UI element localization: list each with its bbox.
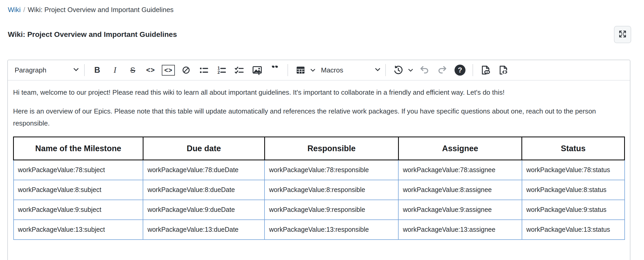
table-cell[interactable]: workPackageValue:13:responsible bbox=[264, 220, 398, 240]
svg-text:2: 2 bbox=[217, 70, 220, 75]
undo-button[interactable] bbox=[418, 63, 431, 77]
fullscreen-button[interactable] bbox=[614, 26, 631, 43]
numbered-list-icon: 1 2 bbox=[217, 65, 227, 75]
table-header-cell[interactable]: Status bbox=[522, 137, 625, 160]
chevron-down-icon bbox=[375, 68, 381, 72]
link-icon bbox=[181, 65, 191, 75]
history-chevron[interactable] bbox=[406, 63, 415, 77]
breadcrumb-separator: / bbox=[23, 6, 25, 14]
bold-icon: B bbox=[94, 65, 100, 75]
markdown-source-icon bbox=[498, 65, 509, 75]
epic-table: Name of the MilestoneDue dateResponsible… bbox=[13, 137, 625, 240]
table-cell[interactable]: workPackageValue:9:dueDate bbox=[143, 200, 264, 220]
table-cell[interactable]: workPackageValue:13:subject bbox=[14, 220, 143, 240]
breadcrumb-current: Wiki: Project Overview and Important Gui… bbox=[28, 6, 174, 14]
table-cell[interactable]: workPackageValue:78:subject bbox=[14, 160, 143, 180]
numbered-list-button[interactable]: 1 2 bbox=[215, 63, 228, 77]
table-row: workPackageValue:78:subjectworkPackageVa… bbox=[14, 160, 625, 180]
redo-icon bbox=[437, 65, 447, 75]
toolbar-separator bbox=[288, 64, 288, 76]
image-upload-icon bbox=[252, 65, 262, 75]
table-cell[interactable]: workPackageValue:9:assignee bbox=[398, 200, 522, 220]
preview-button[interactable] bbox=[479, 63, 492, 77]
table-cell[interactable]: workPackageValue:9:subject bbox=[14, 200, 143, 220]
table-cell[interactable]: workPackageValue:8:assignee bbox=[398, 180, 522, 200]
image-upload-button[interactable] bbox=[250, 63, 264, 77]
help-button[interactable]: ? bbox=[453, 63, 467, 77]
inline-code-button[interactable]: <> bbox=[144, 63, 157, 77]
paragraph-style-label: Paragraph bbox=[15, 66, 46, 74]
table-cell[interactable]: workPackageValue:78:assignee bbox=[398, 160, 522, 180]
table-row: workPackageValue:13:subjectworkPackageVa… bbox=[14, 220, 625, 240]
editor: Paragraph B I S <> <> bbox=[7, 60, 630, 260]
macros-label: Macros bbox=[321, 66, 343, 74]
redo-button[interactable] bbox=[435, 63, 449, 77]
breadcrumb-link-wiki[interactable]: Wiki bbox=[8, 6, 21, 14]
code-block-button[interactable]: <> bbox=[162, 63, 175, 77]
bold-button[interactable]: B bbox=[90, 63, 104, 77]
table-cell[interactable]: workPackageValue:8:status bbox=[522, 180, 625, 200]
table-header-cell[interactable]: Name of the Milestone bbox=[14, 137, 143, 160]
block-quote-icon: “ bbox=[271, 66, 279, 75]
table-header-cell[interactable]: Assignee bbox=[398, 137, 522, 160]
table-cell[interactable]: workPackageValue:13:dueDate bbox=[143, 220, 264, 240]
table-cell[interactable]: workPackageValue:78:dueDate bbox=[143, 160, 264, 180]
table-cell[interactable]: workPackageValue:8:dueDate bbox=[143, 180, 264, 200]
table-cell[interactable]: workPackageValue:8:responsible bbox=[264, 180, 398, 200]
table-row: workPackageValue:8:subjectworkPackageVal… bbox=[14, 180, 625, 200]
undo-icon bbox=[419, 65, 430, 75]
history-icon bbox=[393, 65, 403, 75]
paragraph-style-dropdown[interactable]: Paragraph bbox=[15, 63, 80, 77]
table-cell[interactable]: workPackageValue:13:status bbox=[522, 220, 625, 240]
toolbar-separator bbox=[84, 64, 85, 76]
paragraph[interactable]: Hi team, welcome to our project! Please … bbox=[13, 87, 625, 97]
link-button[interactable] bbox=[179, 63, 193, 77]
paragraph[interactable]: Here is an overview of our Epics. Please… bbox=[13, 105, 625, 129]
markdown-source-button[interactable] bbox=[497, 63, 510, 77]
preview-icon bbox=[480, 65, 491, 75]
italic-icon: I bbox=[114, 65, 116, 75]
expand-icon bbox=[618, 30, 627, 39]
inline-code-icon: <> bbox=[146, 66, 155, 74]
macros-dropdown[interactable]: Macros bbox=[321, 63, 382, 77]
block-quote-button[interactable]: “ bbox=[268, 63, 282, 77]
table-dropdown-chevron[interactable] bbox=[308, 63, 317, 77]
table-cell[interactable]: workPackageValue:9:status bbox=[522, 200, 625, 220]
todo-list-icon bbox=[234, 65, 244, 75]
table-row: workPackageValue:9:subjectworkPackageVal… bbox=[14, 200, 625, 220]
svg-text:1: 1 bbox=[217, 66, 220, 70]
strikethrough-button[interactable]: S bbox=[126, 63, 140, 77]
strikethrough-icon: S bbox=[130, 66, 135, 75]
bulleted-list-button[interactable] bbox=[197, 63, 211, 77]
italic-button[interactable]: I bbox=[108, 63, 122, 77]
table-cell[interactable]: workPackageValue:78:responsible bbox=[264, 160, 398, 180]
insert-table-button[interactable] bbox=[294, 63, 307, 77]
table-header-cell[interactable]: Responsible bbox=[264, 137, 398, 160]
help-icon: ? bbox=[455, 65, 465, 76]
editor-content[interactable]: Hi team, welcome to our project! Please … bbox=[8, 81, 630, 240]
code-block-icon: <> bbox=[162, 65, 175, 76]
page-title: Wiki: Project Overview and Important Gui… bbox=[8, 30, 177, 39]
toolbar-separator bbox=[473, 64, 473, 76]
table-icon bbox=[295, 65, 306, 75]
bulleted-list-icon bbox=[199, 65, 209, 75]
table-header-cell[interactable]: Due date bbox=[143, 137, 264, 160]
table-cell[interactable]: workPackageValue:9:responsible bbox=[264, 200, 398, 220]
breadcrumb: Wiki/Wiki: Project Overview and Importan… bbox=[8, 6, 174, 14]
toolbar-separator bbox=[385, 64, 386, 76]
table-cell[interactable]: workPackageValue:8:subject bbox=[14, 180, 143, 200]
chevron-down-icon bbox=[73, 68, 79, 72]
table-header-row: Name of the MilestoneDue dateResponsible… bbox=[14, 137, 625, 160]
table-cell[interactable]: workPackageValue:78:status bbox=[522, 160, 625, 180]
todo-list-button[interactable] bbox=[233, 63, 246, 77]
history-button[interactable] bbox=[392, 63, 405, 77]
table-cell[interactable]: workPackageValue:13:assignee bbox=[398, 220, 522, 240]
editor-toolbar: Paragraph B I S <> <> bbox=[8, 60, 630, 81]
